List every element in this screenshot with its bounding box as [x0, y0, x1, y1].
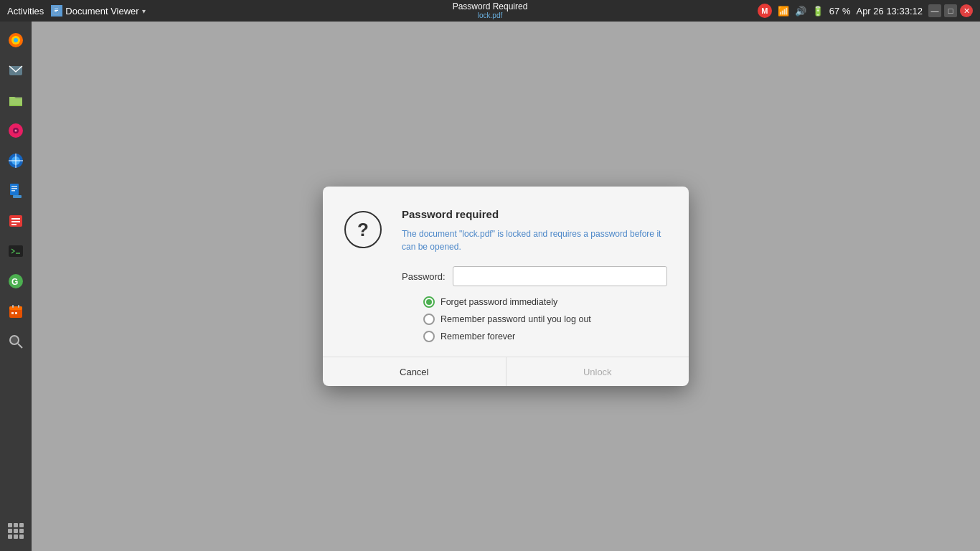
apps-grid-button[interactable]	[3, 518, 29, 544]
datetime-display: Apr 26 13:33:12	[856, 6, 923, 17]
svg-point-6	[14, 38, 18, 42]
sidebar-item-green-app[interactable]: G	[3, 268, 29, 294]
question-icon: ?	[344, 211, 382, 248]
topbar: Activities Document Viewer ▾ Password Re…	[0, 0, 980, 22]
radio-label-forget: Forget password immediately	[440, 297, 557, 307]
svg-text:G: G	[11, 277, 18, 287]
sidebar-item-firefox[interactable]	[3, 27, 29, 53]
wifi-icon: 📶	[778, 6, 789, 17]
svg-rect-23	[11, 224, 17, 225]
svg-rect-16	[13, 195, 22, 198]
app-dropdown-arrow[interactable]: ▾	[142, 7, 146, 15]
sidebar-item-alarm[interactable]	[3, 208, 29, 234]
radio-circle-remember-forever	[423, 331, 435, 342]
sidebar-item-files[interactable]	[3, 88, 29, 113]
svg-rect-19	[11, 190, 15, 192]
svg-rect-29	[9, 306, 22, 310]
dialog-footer: Cancel Unlock	[323, 357, 689, 386]
grid-icon	[8, 523, 24, 539]
app-indicator[interactable]: Document Viewer ▾	[51, 5, 145, 17]
sidebar: G	[0, 22, 32, 551]
svg-rect-15	[10, 184, 19, 195]
svg-point-34	[10, 336, 19, 344]
close-button[interactable]: ✕	[960, 4, 973, 17]
password-row: Password:	[402, 266, 667, 286]
radio-remember-forever[interactable]: Remember forever	[423, 331, 667, 342]
app-icon	[51, 5, 62, 17]
sidebar-item-docs[interactable]	[3, 178, 29, 204]
radio-circle-forget	[423, 296, 435, 308]
cancel-button[interactable]: Cancel	[323, 357, 507, 386]
svg-rect-31	[18, 305, 19, 308]
sidebar-item-calendar[interactable]	[3, 298, 29, 324]
battery-percent: 67 %	[829, 6, 851, 17]
topbar-center: Password Required lock.pdf	[453, 2, 528, 19]
dialog-body: ? Password required The document "lock.p…	[323, 187, 689, 357]
window-title: Password Required	[453, 2, 528, 11]
dialog-overlay: ? Password required The document "lock.p…	[32, 22, 980, 551]
password-dialog: ? Password required The document "lock.p…	[323, 187, 689, 386]
svg-rect-21	[11, 218, 20, 220]
sidebar-item-browser[interactable]	[3, 148, 29, 174]
svg-rect-22	[11, 221, 20, 222]
svg-line-35	[18, 344, 22, 348]
sidebar-item-music[interactable]	[3, 118, 29, 143]
password-label: Password:	[402, 271, 446, 282]
topbar-left: Activities Document Viewer ▾	[7, 5, 146, 17]
password-input[interactable]	[453, 266, 667, 286]
svg-rect-18	[11, 188, 17, 189]
radio-forget[interactable]: Forget password immediately	[423, 296, 667, 308]
svg-rect-33	[15, 312, 17, 314]
svg-rect-2	[55, 10, 58, 11]
window-subtitle: lock.pdf	[478, 11, 502, 19]
dialog-message: The document "lock.pdf" is locked and re…	[402, 227, 667, 253]
radio-circle-remember-logout	[423, 314, 435, 325]
sidebar-bottom	[3, 518, 29, 544]
svg-rect-32	[11, 312, 14, 314]
topbar-right: M 📶 🔊 🔋 67 % Apr 26 13:33:12 — □ ✕	[758, 4, 973, 18]
maximize-button[interactable]: □	[944, 4, 957, 17]
battery-icon: 🔋	[812, 6, 824, 17]
dialog-content: Password required The document "lock.pdf…	[402, 208, 667, 342]
svg-rect-1	[55, 9, 58, 9]
svg-rect-3	[55, 11, 57, 12]
radio-group: Forget password immediately Remember pas…	[402, 296, 667, 342]
svg-rect-17	[11, 186, 17, 187]
app-name-label: Document Viewer	[65, 6, 138, 17]
svg-point-10	[15, 130, 17, 132]
sound-icon: 🔊	[795, 6, 806, 17]
radio-remember-logout[interactable]: Remember password until you log out	[423, 314, 667, 325]
activities-button[interactable]: Activities	[7, 6, 44, 17]
unlock-button[interactable]: Unlock	[507, 357, 689, 386]
main-area: ? Password required The document "lock.p…	[32, 22, 980, 551]
sidebar-item-terminal[interactable]	[3, 238, 29, 264]
dialog-icon-area: ?	[344, 208, 387, 342]
svg-rect-24	[9, 245, 23, 257]
minimize-button[interactable]: —	[928, 4, 941, 17]
window-controls: — □ ✕	[928, 4, 973, 17]
sidebar-item-email[interactable]	[3, 57, 29, 83]
dialog-title: Password required	[402, 208, 667, 220]
sidebar-item-search[interactable]	[3, 329, 29, 354]
user-avatar[interactable]: M	[758, 4, 772, 18]
radio-label-remember-logout: Remember password until you log out	[440, 314, 591, 324]
radio-label-remember-forever: Remember forever	[440, 331, 515, 342]
svg-rect-30	[12, 305, 14, 308]
